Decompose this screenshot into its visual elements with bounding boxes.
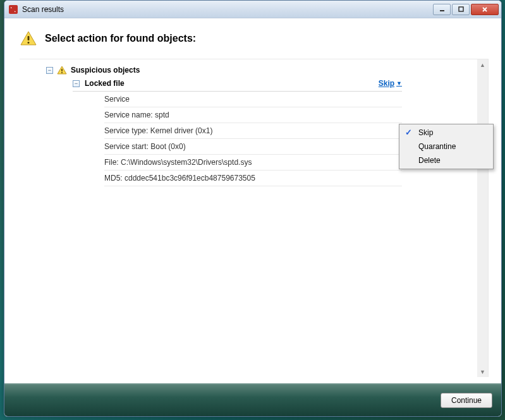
scroll-down-icon[interactable]: ▼ — [477, 366, 488, 377]
window-title: Scan results — [22, 5, 433, 14]
detail-row: Service start: Boot (0x0) — [104, 139, 402, 155]
collapse-icon[interactable]: − — [73, 80, 80, 87]
svg-point-4 — [28, 42, 30, 44]
page-title: Select action for found objects: — [45, 33, 196, 44]
item-label: Locked file — [85, 79, 125, 88]
chevron-down-icon: ▼ — [396, 80, 402, 87]
detail-row: Service type: Kernel driver (0x1) — [104, 123, 402, 139]
scroll-up-icon[interactable]: ▲ — [477, 59, 488, 70]
item-row[interactable]: − Locked file Skip ▼ — [73, 77, 402, 92]
page-header: Select action for found objects: — [20, 30, 489, 47]
collapse-icon[interactable]: − — [46, 67, 53, 74]
dropdown-option-quarantine[interactable]: Quarantine — [401, 140, 492, 153]
app-icon — [8, 4, 18, 15]
category-label: Suspicious objects — [71, 66, 140, 75]
detail-row: Service — [104, 92, 402, 107]
content-area: Select action for found objects: ▲ ▼ − S… — [4, 18, 501, 383]
svg-rect-1 — [440, 10, 444, 11]
action-dropdown-link[interactable]: Skip ▼ — [379, 79, 402, 88]
category-row[interactable]: − Suspicious objects — [46, 63, 484, 77]
detail-row: MD5: cdddec541bc3c96f91ecb48759673505 — [104, 171, 402, 186]
warning-icon — [20, 30, 37, 47]
svg-rect-2 — [459, 7, 463, 11]
dropdown-option-delete[interactable]: Delete — [401, 153, 492, 167]
results-tree: ▲ ▼ − Suspicious objects − Locked file S… — [20, 59, 489, 377]
svg-rect-3 — [28, 36, 30, 40]
close-button[interactable] — [471, 4, 499, 15]
warning-icon — [57, 65, 67, 75]
checkmark-icon: ✓ — [405, 128, 412, 137]
vertical-scrollbar[interactable]: ▲ ▼ — [477, 59, 488, 377]
window-controls — [433, 4, 499, 15]
footer-bar: Continue — [4, 383, 501, 416]
detail-row: Service name: sptd — [104, 107, 402, 123]
svg-point-6 — [61, 72, 63, 73]
dropdown-option-skip[interactable]: ✓ Skip — [401, 126, 492, 140]
detail-row: File: C:\Windows\system32\Drivers\sptd.s… — [104, 155, 402, 171]
titlebar[interactable]: Scan results — [4, 1, 501, 18]
svg-rect-0 — [9, 5, 18, 14]
svg-rect-5 — [61, 69, 63, 71]
minimize-button[interactable] — [433, 4, 451, 15]
action-label: Skip — [379, 79, 394, 88]
maximize-button[interactable] — [452, 4, 470, 15]
scan-results-window: Scan results Select action for found obj… — [4, 0, 502, 417]
action-dropdown-menu: ✓ Skip Quarantine Delete — [399, 124, 494, 169]
continue-button[interactable]: Continue — [441, 393, 492, 408]
